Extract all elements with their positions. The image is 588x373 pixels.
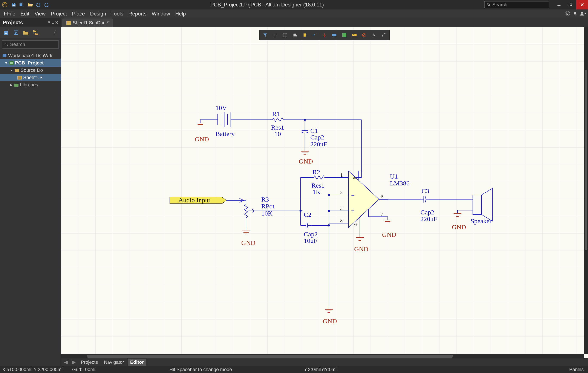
- svg-text:C3: C3: [421, 187, 429, 195]
- svg-text:Res1: Res1: [271, 124, 284, 131]
- panel-close-icon[interactable]: ✕: [55, 20, 58, 25]
- menu-project[interactable]: Project: [48, 10, 69, 18]
- svg-text:Res1: Res1: [311, 182, 325, 189]
- svg-text:220uF: 220uF: [310, 141, 327, 148]
- panel-options-icon[interactable]: ⟨: [52, 30, 58, 36]
- tree-sheet[interactable]: Sheet1.S: [0, 74, 61, 81]
- svg-point-110: [328, 210, 330, 212]
- save-icon[interactable]: [10, 1, 17, 8]
- menu-bar: FFileFile Edit View Project Place Design…: [0, 10, 588, 18]
- menu-view[interactable]: View: [32, 10, 48, 18]
- save-all-icon[interactable]: [19, 1, 25, 8]
- svg-text:−: −: [351, 192, 355, 199]
- svg-line-16: [7, 45, 8, 46]
- footer-tab-prev-icon[interactable]: ◀: [62, 359, 69, 365]
- panel-compile-icon[interactable]: [13, 30, 19, 36]
- schematic-doc-icon: [17, 75, 22, 80]
- status-panels-button[interactable]: Panels: [569, 367, 586, 372]
- menu-file[interactable]: FFileFile: [1, 10, 18, 18]
- svg-text:R1: R1: [272, 110, 280, 117]
- tree-project[interactable]: ▼ PCB_Project: [0, 59, 61, 67]
- menu-help[interactable]: Help: [173, 10, 188, 18]
- gnd-c2[interactable]: [325, 306, 333, 312]
- component-r3[interactable]: R3 RPot 10K: [244, 196, 275, 228]
- svg-text:Speaker: Speaker: [471, 218, 492, 225]
- svg-line-4: [489, 5, 490, 6]
- projects-search-placeholder: Search: [10, 42, 25, 47]
- gnd-c1[interactable]: [301, 148, 309, 154]
- projects-panel-toolbar: ⟨: [0, 27, 61, 38]
- svg-text:R3: R3: [261, 196, 269, 203]
- horizontal-scrollbar[interactable]: [61, 354, 584, 358]
- undo-icon[interactable]: [35, 1, 42, 8]
- gnd-battery[interactable]: [196, 120, 204, 126]
- footer-tab-next-icon[interactable]: ▶: [70, 359, 77, 365]
- notifications-bell-icon[interactable]: [571, 10, 579, 18]
- vertical-scrollbar[interactable]: [584, 27, 588, 354]
- menu-design[interactable]: Design: [87, 10, 109, 18]
- global-search-input[interactable]: Search: [484, 1, 549, 8]
- panel-dropdown-icon[interactable]: ▼: [47, 20, 51, 25]
- expand-icon[interactable]: ▼: [5, 61, 8, 65]
- svg-rect-1: [13, 3, 14, 4]
- menu-tools[interactable]: Tools: [109, 10, 126, 18]
- projects-panel-header: Projects ▼ ⟂ ✕: [0, 18, 61, 27]
- panel-pin-icon[interactable]: ⟂: [52, 20, 54, 25]
- projects-panel: Projects ▼ ⟂ ✕ ⟨ Search Workspace1.DsnWr…: [0, 18, 61, 366]
- footer-panel-tabs: ◀ ▶ Projects Navigator Editor: [61, 358, 588, 366]
- tree-libraries[interactable]: ▶ Libraries: [0, 81, 61, 89]
- component-r1[interactable]: R1 Res1 10: [270, 110, 285, 137]
- schematic-canvas[interactable]: D1 A Audio Input: [61, 27, 588, 358]
- component-battery[interactable]: 10V Battery: [216, 104, 235, 137]
- svg-rect-17: [3, 54, 6, 57]
- svg-text:2: 2: [340, 190, 343, 195]
- menu-window[interactable]: Window: [149, 10, 173, 18]
- tree-workspace[interactable]: Workspace1.DsnWrk: [0, 52, 61, 59]
- minimize-button[interactable]: [553, 0, 565, 10]
- expand-icon[interactable]: ▼: [10, 69, 13, 72]
- component-c3[interactable]: C3 Cap2 220uF: [420, 187, 437, 223]
- svg-point-149: [328, 194, 330, 196]
- port-audio-input[interactable]: Audio Input: [170, 196, 244, 204]
- panel-save-icon[interactable]: [3, 30, 9, 36]
- menu-reports[interactable]: Reports: [126, 10, 149, 18]
- redo-icon[interactable]: [43, 1, 50, 8]
- projects-search-input[interactable]: Search: [2, 40, 59, 49]
- open-icon[interactable]: [27, 1, 33, 8]
- gnd-r3[interactable]: [242, 228, 250, 234]
- svg-point-100: [299, 210, 302, 212]
- user-account-icon[interactable]: ▾: [579, 10, 587, 18]
- svg-rect-18: [3, 55, 6, 55]
- svg-text:Cap2: Cap2: [420, 209, 434, 216]
- footer-tab-projects[interactable]: Projects: [78, 359, 100, 366]
- panel-folder-icon[interactable]: [23, 30, 29, 36]
- svg-point-10: [581, 12, 583, 14]
- component-speaker[interactable]: Speaker: [471, 188, 492, 225]
- title-bar: PCB_Project1.PrjPCB - Altium Designer (1…: [0, 0, 588, 10]
- component-c1[interactable]: C1 Cap2 220uF: [302, 127, 327, 148]
- svg-text:LM386: LM386: [390, 180, 410, 187]
- svg-text:Audio Input: Audio Input: [178, 196, 210, 204]
- component-u1[interactable]: − + 1 2 3 8 5 6 7 4 U1: [340, 171, 410, 234]
- expand-icon[interactable]: ▶: [10, 83, 13, 87]
- gnd-u1-pin4[interactable]: [356, 234, 364, 240]
- gnd-u1-pin7[interactable]: [384, 217, 392, 223]
- settings-gear-icon[interactable]: [564, 10, 571, 18]
- svg-text:GND: GND: [195, 135, 209, 143]
- gnd-speaker[interactable]: [454, 210, 462, 216]
- panel-folder-tree-icon[interactable]: [33, 30, 39, 36]
- tree-source-docs[interactable]: ▼ Source Do: [0, 67, 61, 74]
- component-c2[interactable]: C2 Cap2 10uF: [303, 211, 318, 245]
- document-tab-sheet1[interactable]: Sheet1.SchDoc *: [62, 19, 113, 27]
- menu-edit[interactable]: Edit: [18, 10, 32, 18]
- project-icon: [9, 61, 14, 65]
- footer-tab-editor[interactable]: Editor: [128, 359, 147, 366]
- footer-tab-navigator[interactable]: Navigator: [101, 359, 126, 366]
- svg-text:1: 1: [340, 172, 343, 178]
- maximize-button[interactable]: [565, 0, 576, 10]
- menu-place[interactable]: Place: [69, 10, 87, 18]
- component-r2[interactable]: R2 Res1 1K: [311, 168, 327, 196]
- close-button[interactable]: [576, 0, 588, 10]
- svg-text:RPot: RPot: [261, 203, 274, 210]
- window-title: PCB_Project1.PrjPCB - Altium Designer (1…: [50, 2, 484, 8]
